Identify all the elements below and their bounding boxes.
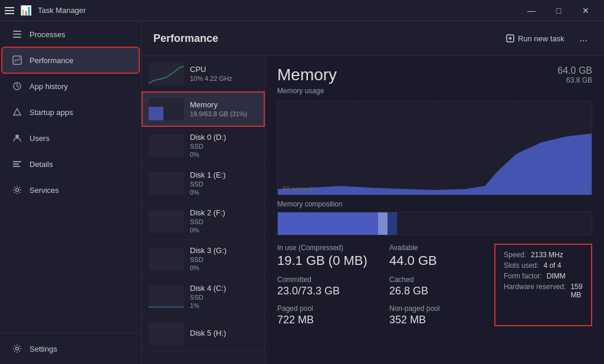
sidebar-item-details[interactable]: Details [2,152,139,176]
disk4-name: Disk 4 (C:) [190,284,258,293]
disk2-sub1: SSD [190,218,258,225]
stat-available: Available 44.0 GB [389,244,487,268]
disk5-info: Disk 5 (H:) [190,329,258,337]
app-title: Task Manager [38,6,86,15]
window-controls: — □ ✕ [518,1,599,20]
stat-committed: Committed 23.0/73.3 GB [277,276,375,297]
sidebar-item-settings[interactable]: Settings [2,336,139,361]
svg-rect-17 [149,107,163,120]
disk3-name: Disk 3 (G:) [190,246,258,255]
disk2-name: Disk 2 (F:) [190,208,258,217]
disk3-info: Disk 3 (G:) SSD 0% [190,246,258,271]
startup-apps-icon [12,107,22,117]
device-item-disk2[interactable]: Disk 2 (F:) SSD 0% [142,202,265,240]
stat-nonpaged: Non-paged pool 352 MB [389,304,487,326]
run-task-icon [506,34,514,42]
title-bar: 📊 Task Manager — □ ✕ [0,0,604,21]
svg-rect-0 [13,31,21,32]
stats-left: In use (Compressed) 19.1 GB (0 MB) Avail… [277,244,487,326]
more-options-button[interactable]: ... [575,29,592,47]
spec-form-key: Form factor: [504,272,542,280]
memory-title: Memory [277,65,337,84]
disk4-sub2: 1% [190,302,258,309]
cpu-info: CPU 10% 4.22 GHz [190,65,258,82]
device-item-disk1[interactable]: Disk 1 (E:) SSD 0% [142,165,265,202]
device-item-memory[interactable]: Memory 19.9/63.8 GB (31%) [142,91,265,127]
sidebar-item-processes[interactable]: Processes [2,22,139,47]
spec-hw: Hardware reserved: 159 MB [504,283,583,299]
committed-label: Committed [277,276,375,284]
svg-rect-7 [13,161,21,162]
detail-panel: Memory 64.0 GB 63.8 GB Memory usage [265,56,604,364]
memory-thumbnail [149,98,184,120]
disk0-name: Disk 0 (D:) [190,133,258,142]
sidebar-item-label-settings: Settings [29,345,57,353]
content-header: Performance Run new task ... [142,21,604,56]
memory-header: Memory 64.0 GB 63.8 GB [277,65,592,84]
disk4-sub1: SSD [190,294,258,301]
device-item-disk3[interactable]: Disk 3 (G:) SSD 0% [142,240,265,278]
hamburger-icon[interactable] [5,7,14,14]
spec-slots-val: 4 of 4 [543,261,561,270]
device-item-cpu[interactable]: CPU 10% 4.22 GHz [142,56,265,91]
close-button[interactable]: ✕ [572,1,599,20]
svg-point-11 [16,347,19,350]
stat-cached: Cached 26.8 GB [389,276,487,297]
cpu-name: CPU [190,65,258,74]
disk0-thumbnail [149,135,184,157]
maximize-button[interactable]: □ [545,1,572,20]
disk5-thumbnail [149,322,184,345]
details-icon [12,159,22,169]
svg-point-6 [15,135,19,138]
cached-label: Cached [389,276,487,284]
content-area: Performance Run new task ... [142,21,604,364]
svg-marker-5 [14,109,21,115]
disk0-info: Disk 0 (D:) SSD 0% [190,133,258,158]
memory-usage-value: 63.8 GB [557,76,592,84]
memory-sub: 19.9/63.8 GB (31%) [190,110,258,117]
memory-graph: 60 seconds 0 [277,101,592,195]
disk3-thumbnail [149,248,184,270]
sidebar-item-performance[interactable]: Performance [2,48,139,73]
sidebar-item-label-startup-apps: Startup apps [29,108,73,117]
disk4-info: Disk 4 (C:) SSD 1% [190,284,258,309]
device-item-disk4[interactable]: Disk 4 (C:) SSD 1% [142,278,265,316]
disk2-sub2: 0% [190,227,258,234]
run-new-task-button[interactable]: Run new task [500,31,570,47]
cpu-sub: 10% 4.22 GHz [190,75,258,82]
device-item-disk0[interactable]: Disk 0 (D:) SSD 0% [142,127,265,165]
graph-zero-label: 0 [583,185,587,192]
disk2-thumbnail [149,210,184,232]
svg-rect-18 [149,135,184,157]
svg-rect-19 [149,172,184,195]
sidebar-item-services[interactable]: Services [2,178,139,202]
svg-rect-22 [149,286,184,308]
memory-total: 64.0 GB [557,65,592,76]
nonpaged-value: 352 MB [389,314,487,326]
paged-value: 722 MB [277,314,375,326]
spec-slots-key: Slots used: [504,261,539,270]
memory-info: Memory 19.9/63.8 GB (31%) [190,100,258,117]
paged-label: Paged pool [277,304,375,313]
minimize-button[interactable]: — [518,1,545,20]
cpu-thumbnail [149,63,184,85]
stat-paged: Paged pool 722 MB [277,304,375,326]
disk1-sub1: SSD [190,181,258,188]
sidebar-item-users[interactable]: Users [2,126,139,150]
svg-rect-20 [149,210,184,232]
content-title: Performance [153,32,218,45]
sidebar-item-startup-apps[interactable]: Startup apps [2,100,139,124]
available-value: 44.0 GB [389,253,487,268]
sidebar-item-app-history[interactable]: App history [2,74,139,99]
spec-hw-key: Hardware reserved: [504,283,566,299]
committed-value: 23.0/73.3 GB [277,285,375,297]
device-item-disk5[interactable]: Disk 5 (H:) [142,316,265,351]
performance-icon [12,55,22,65]
svg-rect-15 [149,63,184,85]
cached-value: 26.8 GB [389,285,487,297]
spec-form: Form factor: DIMM [504,272,583,280]
disk5-name: Disk 5 (H:) [190,329,258,337]
content-body: CPU 10% 4.22 GHz Memory 19.9/63.8 G [142,56,604,364]
spec-speed: Speed: 2133 MHz [504,251,583,259]
sidebar-item-label-details: Details [29,160,53,169]
